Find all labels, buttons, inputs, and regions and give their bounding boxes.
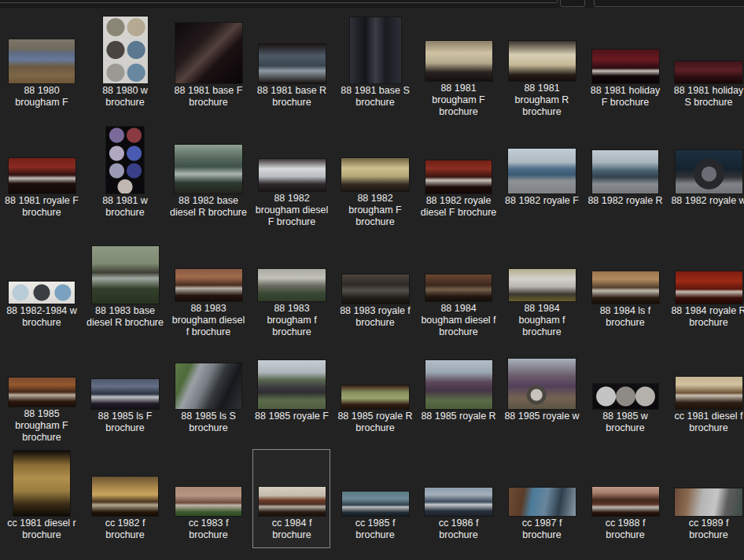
file-thumbnail[interactable] [425, 488, 492, 516]
file-item[interactable]: 88 1981 royale F brochure [0, 118, 83, 228]
file-item[interactable]: 88 1985 royale R brochure [333, 338, 417, 444]
file-thumbnail[interactable] [175, 145, 242, 193]
file-item[interactable]: cc 1984 f brochure [250, 444, 333, 560]
toolbar-box-middle[interactable] [560, 0, 585, 7]
file-item[interactable]: 88 1982 brougham diesel F brochure [250, 118, 333, 228]
file-thumbnail[interactable] [9, 158, 76, 193]
toolbar-box-right[interactable] [594, 0, 744, 7]
file-item[interactable]: 88 1984 bougham diesel f brochure [417, 228, 500, 338]
file-thumbnail[interactable] [592, 150, 658, 193]
file-thumbnail[interactable] [592, 487, 659, 516]
file-item[interactable]: cc 1989 f brochure [667, 444, 744, 560]
file-item[interactable]: 88 1984 ls f brochure [584, 228, 667, 338]
file-item[interactable]: cc 1986 f brochure [417, 444, 500, 560]
file-thumbnail[interactable] [342, 492, 409, 516]
file-thumbnail[interactable] [175, 23, 242, 83]
file-thumbnail[interactable] [9, 39, 75, 83]
file-item[interactable]: 88 1982 brougham F brochure [333, 118, 417, 228]
file-thumbnail[interactable] [675, 61, 742, 83]
file-thumbnail[interactable] [106, 127, 144, 193]
file-item[interactable]: cc 1985 f brochure [333, 444, 417, 560]
file-item[interactable]: 88 1981 holiday F brochure [584, 8, 667, 118]
file-item[interactable]: 88 1982 royale F [500, 118, 584, 228]
thumbnail-wrapper [167, 338, 250, 409]
file-thumbnail[interactable] [342, 274, 409, 304]
file-label: 88 1982 base diesel R brochure [170, 195, 247, 219]
file-item[interactable]: 88 1985 royale w [500, 338, 584, 444]
file-thumbnail[interactable] [508, 149, 576, 193]
file-thumbnail[interactable] [92, 477, 158, 516]
file-item[interactable]: 88 1982-1984 w brochure [0, 228, 83, 338]
file-item[interactable]: 88 1981 base F brochure [167, 8, 250, 118]
file-thumbnail[interactable] [350, 17, 401, 83]
file-item[interactable]: 88 1984 royale R brochure [667, 228, 744, 338]
file-thumbnail[interactable] [175, 269, 242, 301]
file-item[interactable]: 88 1985 w brochure [584, 338, 667, 444]
file-item[interactable]: cc 1987 f brochure [500, 444, 584, 560]
file-item[interactable]: 88 1981 base R brochure [250, 8, 333, 118]
file-thumbnail[interactable] [9, 282, 75, 304]
file-thumbnail[interactable] [592, 50, 659, 83]
file-thumbnail[interactable] [425, 41, 492, 81]
file-thumbnail[interactable] [175, 363, 241, 409]
file-thumbnail[interactable] [425, 360, 492, 409]
file-thumbnail[interactable] [509, 41, 576, 81]
file-thumbnail[interactable] [175, 487, 241, 516]
toolbar-box-left[interactable] [0, 0, 558, 3]
thumbnail-wrapper [167, 8, 250, 83]
file-item[interactable]: 88 1980 brougham F [0, 8, 83, 118]
thumbnail-wrapper [167, 444, 250, 516]
file-thumbnail[interactable] [508, 359, 576, 409]
file-item[interactable]: cc 1981 diesel r brochure [0, 444, 83, 560]
file-item[interactable]: 88 1981 brougham R brochure [500, 8, 584, 118]
file-thumbnail[interactable] [258, 269, 326, 301]
file-item[interactable]: 88 1981 holiday S brochure [667, 8, 744, 118]
file-item[interactable]: 88 1981 w brochure [83, 118, 167, 228]
file-item[interactable]: 88 1982 royale w [667, 118, 744, 228]
file-thumbnail[interactable] [9, 378, 76, 407]
file-item[interactable]: 88 1981 brougham F brochure [417, 8, 500, 118]
thumbnail-wrapper [0, 8, 83, 83]
file-thumbnail[interactable] [509, 488, 576, 516]
file-thumbnail[interactable] [91, 379, 159, 409]
file-thumbnail[interactable] [259, 44, 326, 83]
file-item[interactable]: 88 1983 royale f brochure [333, 228, 417, 338]
file-thumbnail[interactable] [92, 246, 159, 304]
file-item[interactable]: 88 1983 base diesel R brochure [83, 228, 167, 338]
file-thumbnail[interactable] [13, 451, 70, 516]
file-item[interactable]: cc 1983 f brochure [167, 444, 250, 560]
file-item[interactable]: 88 1982 royale R [584, 118, 667, 228]
file-thumbnail[interactable] [103, 17, 148, 83]
file-item[interactable]: 88 1982 royale diesel F brochure [417, 118, 500, 228]
file-thumbnail[interactable] [258, 360, 326, 409]
file-thumbnail[interactable] [676, 150, 742, 193]
file-item[interactable]: 88 1985 brougham F brochure [0, 338, 83, 444]
thumbnail-wrapper [83, 444, 167, 516]
file-thumbnail[interactable] [259, 159, 326, 191]
file-item[interactable]: cc 1982 f brochure [83, 444, 167, 560]
file-label: cc 1987 f brochure [503, 518, 580, 541]
file-thumbnail[interactable] [676, 377, 742, 409]
file-thumbnail[interactable] [675, 488, 742, 516]
file-item[interactable]: 88 1982 base diesel R brochure [167, 118, 250, 228]
file-item[interactable]: 88 1983 brougham diesel f brochure [167, 228, 250, 338]
file-item[interactable]: 88 1983 brougham f brochure [250, 228, 333, 338]
file-item[interactable]: 88 1985 royale F [250, 338, 333, 444]
file-thumbnail[interactable] [676, 271, 742, 304]
file-item[interactable]: cc 1981 diesel f brochure [667, 338, 744, 444]
file-thumbnail[interactable] [341, 158, 409, 191]
file-item[interactable]: 88 1984 bougham f brochure [500, 228, 584, 338]
file-thumbnail[interactable] [509, 269, 576, 301]
file-item[interactable]: 88 1985 ls F brochure [83, 338, 167, 444]
file-thumbnail[interactable] [259, 487, 326, 516]
file-thumbnail[interactable] [592, 271, 659, 304]
file-thumbnail[interactable] [341, 385, 409, 409]
file-item[interactable]: cc 1988 f brochure [584, 444, 667, 560]
file-item[interactable]: 88 1981 base S brochure [333, 8, 417, 118]
file-thumbnail[interactable] [593, 384, 658, 409]
file-item[interactable]: 88 1980 w brochure [83, 8, 167, 118]
file-thumbnail[interactable] [425, 160, 492, 193]
file-item[interactable]: 88 1985 ls S brochure [167, 338, 250, 444]
file-item[interactable]: 88 1985 royale R [417, 338, 500, 444]
file-thumbnail[interactable] [425, 274, 492, 301]
